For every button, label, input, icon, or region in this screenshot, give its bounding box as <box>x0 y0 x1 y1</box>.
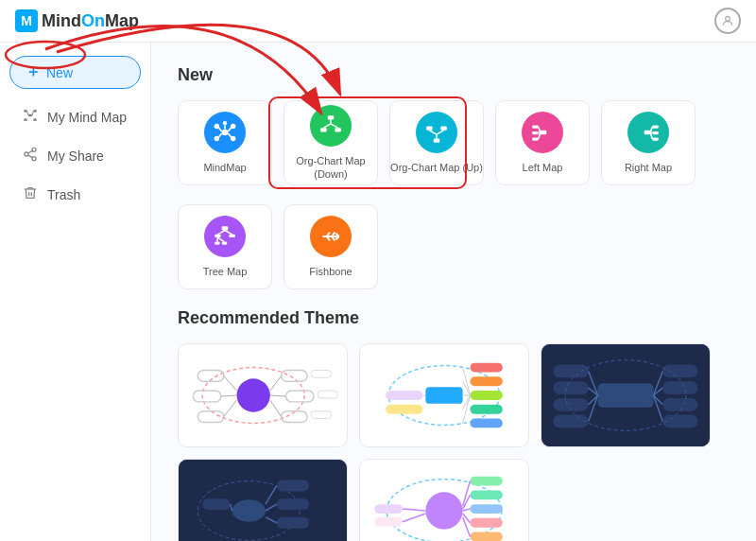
svg-rect-3 <box>33 118 36 121</box>
svg-rect-129 <box>202 498 230 510</box>
svg-rect-25 <box>328 115 335 119</box>
svg-rect-1 <box>24 110 26 113</box>
map-card-org-chart-down[interactable]: Org-Chart Map(Down) <box>284 100 378 185</box>
svg-rect-2 <box>33 110 36 113</box>
svg-point-122 <box>232 499 266 522</box>
map-card-right-map[interactable]: Right Map <box>601 100 696 185</box>
left-map-label: Left Map <box>523 161 563 174</box>
recommended-theme-title: Recommended Theme <box>178 308 730 328</box>
new-section-title: New <box>178 65 730 85</box>
svg-point-69 <box>237 378 270 411</box>
svg-rect-124 <box>277 498 309 510</box>
sidebar: ＋ New My Mind Map My Share Trash <box>0 43 151 541</box>
logo: M MindOnMap <box>15 9 139 32</box>
svg-rect-31 <box>434 138 440 142</box>
svg-rect-107 <box>553 365 588 378</box>
logo-text: MindOnMap <box>42 11 139 31</box>
mind-map-icon <box>23 108 38 126</box>
svg-rect-110 <box>553 415 588 428</box>
trash-icon <box>23 185 38 203</box>
sidebar-item-my-mind-map[interactable]: My Mind Map <box>8 98 143 135</box>
svg-rect-104 <box>662 381 697 394</box>
theme-card-1[interactable] <box>178 343 348 447</box>
svg-line-29 <box>323 124 331 128</box>
theme-card-2[interactable] <box>359 343 529 447</box>
content-area: New <box>151 43 756 541</box>
map-type-grid-row2: Tree Map Fishbone <box>178 204 730 289</box>
svg-rect-125 <box>277 517 309 529</box>
left-map-icon <box>522 112 563 153</box>
map-card-tree-map[interactable]: Tree Map <box>178 204 272 289</box>
sidebar-item-my-share[interactable]: My Share <box>8 137 143 174</box>
right-map-label: Right Map <box>625 161 672 174</box>
svg-rect-109 <box>553 398 588 411</box>
svg-point-10 <box>32 157 36 161</box>
org-chart-up-icon <box>416 112 457 153</box>
svg-line-24 <box>228 133 231 137</box>
theme-card-4[interactable] <box>178 459 348 541</box>
tree-map-label: Tree Map <box>203 265 248 278</box>
sidebar-item-trash[interactable]: Trash <box>8 176 143 213</box>
theme-card-3[interactable] <box>541 343 711 447</box>
svg-rect-55 <box>222 241 227 244</box>
map-card-fishbone[interactable]: Fishbone <box>284 204 378 289</box>
svg-rect-144 <box>374 504 402 514</box>
svg-rect-51 <box>222 226 229 230</box>
svg-line-30 <box>331 124 338 128</box>
new-button[interactable]: ＋ New <box>9 56 141 89</box>
map-card-left-map[interactable]: Left Map <box>495 100 590 185</box>
right-map-icon <box>627 112 669 153</box>
svg-rect-134 <box>470 477 502 486</box>
svg-rect-46 <box>652 131 659 134</box>
svg-rect-136 <box>470 504 502 514</box>
map-card-org-chart-up[interactable]: Org-Chart Map (Up) <box>389 100 484 185</box>
svg-rect-92 <box>470 419 502 428</box>
svg-rect-98 <box>386 391 422 400</box>
svg-line-56 <box>217 230 225 234</box>
svg-line-7 <box>32 111 33 115</box>
svg-point-9 <box>25 152 28 156</box>
theme-card-5[interactable] <box>359 459 529 541</box>
svg-line-48 <box>650 127 652 132</box>
user-avatar-icon[interactable] <box>714 8 741 34</box>
svg-rect-103 <box>662 365 697 378</box>
svg-line-59 <box>217 237 224 241</box>
mindmap-icon <box>204 112 246 153</box>
header: M MindOnMap <box>0 0 756 43</box>
svg-rect-4 <box>24 118 26 121</box>
logo-icon: M <box>15 9 38 32</box>
new-button-label: New <box>46 65 73 80</box>
svg-rect-45 <box>652 125 659 128</box>
svg-line-41 <box>539 127 541 132</box>
svg-rect-137 <box>470 518 502 528</box>
svg-rect-38 <box>532 125 539 128</box>
fishbone-label: Fishbone <box>309 265 352 278</box>
svg-line-22 <box>228 128 231 131</box>
svg-line-36 <box>437 131 444 134</box>
svg-point-133 <box>425 492 462 529</box>
map-card-mindmap[interactable]: MindMap <box>178 100 272 185</box>
svg-rect-102 <box>598 383 654 408</box>
main-layout: ＋ New My Mind Map My Share Trash <box>0 43 756 541</box>
sidebar-item-trash-label: Trash <box>47 187 80 202</box>
share-icon <box>23 147 38 165</box>
svg-point-0 <box>726 16 730 21</box>
svg-rect-32 <box>426 126 433 130</box>
svg-rect-53 <box>229 235 235 237</box>
svg-rect-27 <box>335 128 341 131</box>
fishbone-icon <box>310 216 352 257</box>
svg-rect-5 <box>28 114 32 117</box>
sidebar-item-my-share-label: My Share <box>47 148 104 164</box>
svg-rect-138 <box>470 532 502 541</box>
svg-rect-26 <box>320 128 327 131</box>
svg-rect-135 <box>470 490 502 499</box>
svg-line-11 <box>28 155 33 158</box>
svg-rect-88 <box>470 363 502 373</box>
svg-rect-91 <box>470 405 502 414</box>
map-type-grid: MindMap Org-Chart Map(Down) <box>178 100 730 185</box>
svg-line-12 <box>28 150 33 153</box>
svg-rect-105 <box>662 398 697 411</box>
plus-icon: ＋ <box>26 62 41 82</box>
svg-line-35 <box>429 131 437 134</box>
svg-rect-39 <box>532 131 539 134</box>
